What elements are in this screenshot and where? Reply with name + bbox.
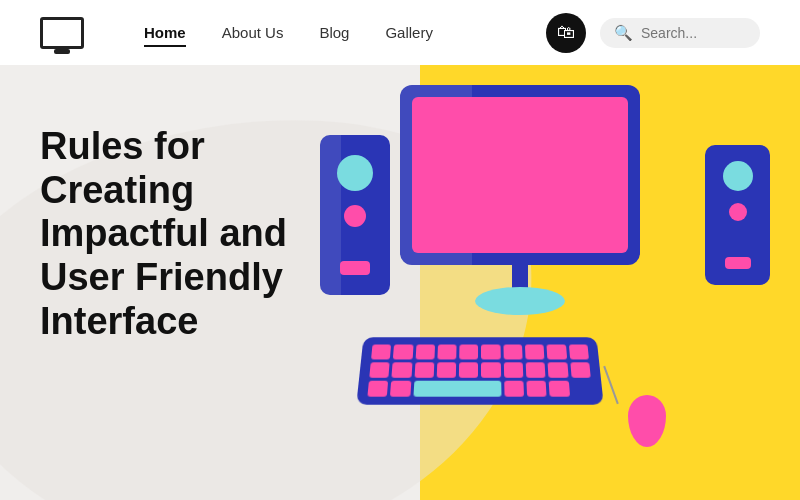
key: [437, 345, 456, 360]
key: [392, 362, 412, 377]
cart-button[interactable]: 🛍: [546, 13, 586, 53]
nav-right: 🛍 🔍: [546, 13, 760, 53]
key: [369, 362, 390, 377]
navbar: Home About Us Blog Gallery 🛍 🔍: [0, 0, 800, 65]
key: [367, 381, 388, 397]
cart-icon: 🛍: [557, 22, 575, 43]
nav-blog[interactable]: Blog: [319, 24, 349, 41]
monitor-stand-base: [475, 287, 565, 315]
speaker-right: [705, 145, 770, 285]
spacebar-key: [413, 381, 501, 397]
key: [390, 381, 411, 397]
hero-title: Rules for Creating Impactful and User Fr…: [40, 125, 360, 343]
mouse: [628, 395, 666, 447]
key: [526, 362, 546, 377]
keyboard: [356, 337, 603, 405]
logo[interactable]: [40, 17, 84, 49]
key: [459, 345, 478, 360]
hero-section: Rules for Creating Impactful and User Fr…: [0, 65, 800, 500]
nav-gallery[interactable]: Gallery: [385, 24, 433, 41]
key: [459, 362, 478, 377]
key: [525, 345, 545, 360]
speaker-right-grille: [725, 257, 751, 269]
hero-content: Rules for Creating Impactful and User Fr…: [40, 125, 360, 343]
nav-home[interactable]: Home: [144, 24, 186, 41]
key: [371, 345, 391, 360]
mouse-cable: [603, 366, 619, 404]
monitor: [400, 85, 640, 265]
search-icon: 🔍: [614, 24, 633, 42]
key: [548, 362, 568, 377]
computer-illustration: [300, 65, 780, 500]
search-bar: 🔍: [600, 18, 760, 48]
key: [504, 381, 524, 397]
speaker-right-circle-bottom: [729, 203, 747, 221]
monitor-screen: [412, 97, 628, 253]
nav-about[interactable]: About Us: [222, 24, 284, 41]
key: [527, 381, 547, 397]
logo-icon: [40, 17, 84, 49]
key: [503, 345, 522, 360]
key: [481, 345, 500, 360]
key: [549, 381, 570, 397]
search-input[interactable]: [641, 25, 746, 41]
nav-links: Home About Us Blog Gallery: [144, 24, 546, 41]
key: [393, 345, 413, 360]
key: [414, 362, 434, 377]
key: [569, 345, 589, 360]
key: [547, 345, 567, 360]
key: [504, 362, 524, 377]
key: [437, 362, 457, 377]
keyboard-keys: [367, 345, 592, 397]
key: [415, 345, 435, 360]
key: [481, 362, 500, 377]
speaker-right-circle-top: [723, 161, 753, 191]
key: [570, 362, 591, 377]
